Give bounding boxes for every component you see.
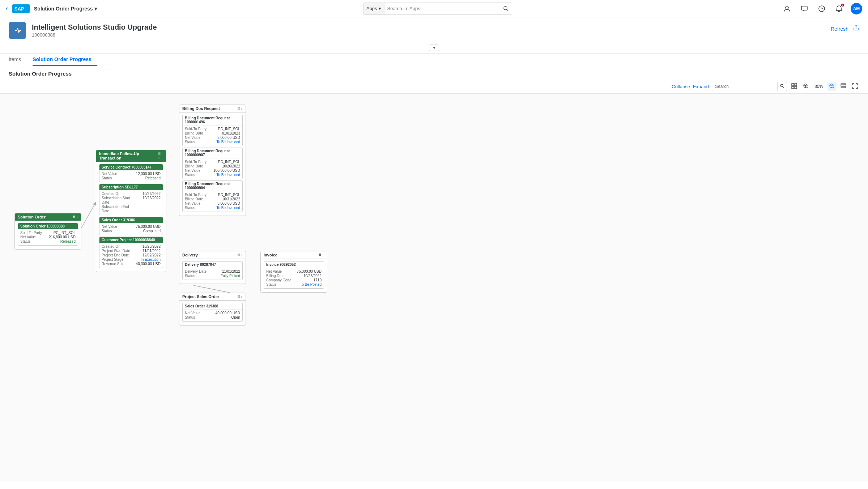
svg-text:?: ?: [821, 7, 823, 11]
invoice-card-title: Invoice 90292052: [264, 261, 324, 268]
card-row: Status To Be Posted: [266, 282, 322, 286]
svg-text:SAP: SAP: [14, 6, 24, 12]
card-row: Status Fully Picked: [185, 274, 240, 278]
svg-rect-24: [841, 84, 846, 85]
expand-button[interactable]: Expand: [693, 84, 709, 89]
nav-app-title[interactable]: Solution Order Progress ▾: [34, 6, 97, 12]
project-sales-card[interactable]: Sales Order 319388 Net Value 40,000.00 U…: [182, 303, 243, 322]
search-prefix-dropdown[interactable]: Apps ▾: [363, 3, 384, 14]
help-icon-button[interactable]: ?: [816, 3, 827, 14]
project-sales-header: Project Sales Order ⠿ ↕: [179, 293, 246, 301]
diagram-area[interactable]: Solution Order ⠿ ↕ Solution Order 100000…: [0, 94, 868, 481]
billing-doc-icons[interactable]: ⠿ ↕: [237, 107, 243, 111]
delivery-group: Delivery ⠿ ↕ Delivery 80287047 Delivery …: [179, 251, 246, 284]
diagram-canvas: Solution Order ⠿ ↕ Solution Order 100000…: [7, 101, 423, 325]
tab-bar: Items Solution Order Progress: [0, 54, 868, 66]
sales-order-card[interactable]: Sales Order 319386 Net Value 75,000.00 U…: [99, 217, 163, 235]
billing-doc-request-1-card[interactable]: Billing Document Request1000001496 Sold-…: [182, 115, 243, 146]
svg-rect-5: [801, 6, 807, 10]
project-sales-card-title: Sales Order 319388: [183, 303, 242, 310]
card-row: Net Value 12,000.00 USD: [102, 172, 161, 176]
service-contract-card[interactable]: Service Contract 7000000147 Net Value 12…: [99, 164, 163, 182]
card-row: Billing Date 10/26/2022: [266, 274, 322, 278]
card-row: Billing Date 01/01/2023: [185, 131, 240, 135]
chat-icon-button[interactable]: [799, 3, 810, 14]
card-row: Net Value 75,000.00 USD: [102, 225, 161, 229]
zoom-level: 80%: [813, 84, 825, 89]
immediate-followup-icons[interactable]: ⠿ ↕: [158, 152, 163, 160]
solution-order-icons[interactable]: ⠿ ↕: [73, 215, 78, 219]
invoice-group: Invoice ⠿ ↕ Invoice 90292052 Net Value 7…: [260, 251, 327, 293]
export-icon: [853, 25, 859, 31]
svg-point-2: [504, 7, 507, 10]
tab-solution-order-progress[interactable]: Solution Order Progress: [33, 54, 97, 66]
diagram-search-input[interactable]: [712, 82, 777, 90]
notifications-button[interactable]: 1: [833, 3, 845, 14]
layer-button[interactable]: [839, 82, 848, 91]
user-avatar[interactable]: AM: [851, 3, 862, 14]
svg-rect-12: [795, 84, 797, 86]
fullscreen-button[interactable]: [851, 82, 859, 91]
billing-doc-body: Billing Document Request1000001496 Sold-…: [179, 112, 246, 216]
invoice-body: Invoice 90292052 Net Value 75,000.00 USD…: [261, 259, 327, 292]
collapse-button[interactable]: Collapse: [672, 84, 690, 89]
app-header: Intelligent Solutions Studio Upgrade 100…: [0, 17, 868, 42]
billing-doc-request-3-body: Sold-To Party PC_INT_SOL Billing Date 10…: [183, 191, 242, 212]
svg-point-4: [786, 6, 788, 9]
app-icon: [9, 22, 26, 39]
invoice-icons[interactable]: ⠿ ↕: [319, 253, 324, 257]
zoom-in-icon: [803, 83, 809, 89]
grid-view-button[interactable]: [790, 82, 799, 91]
svg-rect-23: [841, 86, 846, 88]
card-row: Net Value 3,000.00 USD: [185, 201, 240, 205]
search-button[interactable]: [500, 3, 512, 14]
tab-items[interactable]: Items: [9, 54, 27, 66]
app-header-right: Refresh: [831, 22, 859, 33]
solution-order-card-title: Solution Order 100000388: [18, 223, 78, 229]
profile-icon-button[interactable]: [781, 3, 793, 14]
grid-icon: [791, 83, 797, 89]
card-row: Billing Date 10/26/2022: [185, 164, 240, 168]
svg-line-10: [783, 87, 784, 88]
card-row: Net Value 216,800.00 USD: [20, 235, 76, 239]
card-row: Status Released: [20, 239, 76, 243]
delivery-icons[interactable]: ⠿ ↕: [237, 253, 243, 257]
search-input[interactable]: [384, 3, 500, 14]
card-row: Net Value 100,800.00 USD: [185, 169, 240, 173]
card-row: Subscription Start 10/26/2022: [102, 196, 161, 200]
card-row: Status Open: [185, 315, 240, 319]
project-sales-icons[interactable]: ⠿ ↕: [237, 295, 243, 299]
card-row: Created On 10/26/2022: [102, 192, 161, 196]
billing-doc-request-2-card[interactable]: Billing Document Request1000000907 Sold-…: [182, 148, 243, 179]
invoice-card[interactable]: Invoice 90292052 Net Value 75,000.00 USD…: [264, 261, 324, 289]
svg-line-3: [507, 9, 508, 11]
card-row: Status To Be Invoiced: [185, 173, 240, 177]
app-header-left: Intelligent Solutions Studio Upgrade 100…: [9, 22, 157, 39]
zoom-active-button[interactable]: [827, 82, 836, 91]
card-row: Net Value 75,000.00 USD: [266, 269, 322, 273]
billing-doc-header: Billing Doc Request ⠿ ↕: [179, 105, 246, 112]
card-row: Created On 10/26/2022: [102, 244, 161, 248]
card-row: Project Stage In Execution: [102, 258, 161, 261]
project-sales-body: Sales Order 319388 Net Value 40,000.00 U…: [179, 301, 246, 325]
zoom-in-button[interactable]: [801, 82, 810, 91]
sales-order-body: Net Value 75,000.00 USD Status Completed: [99, 223, 163, 235]
export-button[interactable]: [853, 25, 859, 33]
notification-badge: 1: [841, 4, 844, 7]
refresh-button[interactable]: Refresh: [831, 26, 848, 32]
service-contract-title: Service Contract 7000000147: [99, 164, 163, 170]
customer-project-title: Customer Project 10000038840: [99, 237, 163, 243]
zoom-fit-icon: [829, 83, 835, 89]
solution-order-card[interactable]: Solution Order 100000388 Sold-To Party P…: [18, 223, 78, 246]
subscription-card[interactable]: Subscription SB1177 Created On 10/26/202…: [99, 184, 163, 215]
customer-project-card[interactable]: Customer Project 10000038840 Created On …: [99, 237, 163, 268]
immediate-followup-group: Immediate Follow-Up Transaction ⠿ ↕ Serv…: [96, 150, 166, 272]
diagram-search-button[interactable]: [777, 82, 787, 91]
billing-doc-request-3-card[interactable]: Billing Document Request1000000904 Sold-…: [182, 180, 243, 212]
immediate-followup-header: Immediate Follow-Up Transaction ⠿ ↕: [96, 150, 166, 162]
subscription-body: Created On 10/26/2022 Subscription Start…: [99, 190, 163, 215]
expand-toggle-button[interactable]: ▾: [429, 44, 439, 51]
back-button[interactable]: ‹: [6, 5, 8, 12]
delivery-card[interactable]: Delivery 80287047 Delivery Date 11/01/20…: [182, 261, 243, 280]
app-title-group: Intelligent Solutions Studio Upgrade 100…: [32, 23, 157, 38]
